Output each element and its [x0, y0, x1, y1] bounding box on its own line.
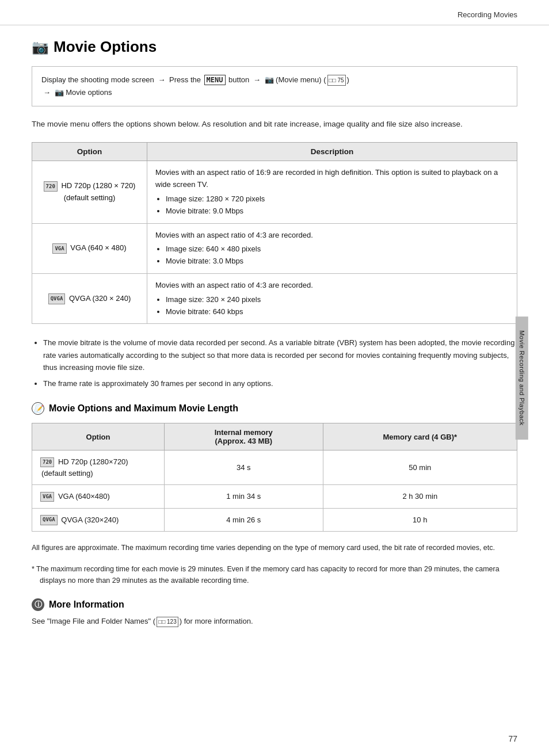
instruction-box: Display the shooting mode screen → Press… — [32, 66, 517, 106]
page-title: Movie Options — [54, 38, 157, 56]
max-vga-internal: 1 min 34 s — [165, 485, 323, 509]
max-qvga-label: QVGA (320×240) — [61, 516, 119, 524]
header-title: Recording Movies — [458, 10, 517, 19]
vga-desc: Movies with an aspect ratio of 4:3 are r… — [147, 223, 517, 273]
vga-desc-list: Image size: 640 × 480 pixels Movie bitra… — [155, 243, 509, 268]
more-info-ref: □□ 123 — [157, 617, 178, 627]
hd720-desc-list: Image size: 1280 × 720 pixels Movie bitr… — [155, 193, 509, 217]
intro-text: The movie menu offers the options shown … — [32, 118, 517, 131]
vga-bullet1: Image size: 640 × 480 pixels — [166, 243, 509, 255]
hd720-label: HD 720p (1280 × 720)(default setting) — [61, 181, 135, 202]
max-section-heading: 📝 Movie Options and Maximum Movie Length — [32, 402, 517, 415]
max-vga-label: VGA (640×480) — [58, 492, 110, 501]
max-qvga-internal: 4 min 26 s — [165, 508, 323, 532]
table-row: VGA VGA (640 × 480) Movies with an aspec… — [32, 223, 517, 273]
page-container: Recording Movies 📷 Movie Options Display… — [0, 0, 549, 756]
qvga-desc-text: Movies with an aspect ratio of 4:3 are r… — [155, 281, 313, 289]
max-section: 📝 Movie Options and Maximum Movie Length… — [32, 402, 517, 587]
header-bar: Recording Movies — [0, 0, 549, 25]
footnote-asterisk: * The maximum recording time for each mo… — [32, 563, 517, 587]
instruction-line2: → 📷 Movie options — [41, 88, 112, 97]
max-qvga-option: QVGA QVGA (320×240) — [32, 508, 165, 532]
option-cell-hd720: 720 HD 720p (1280 × 720)(default setting… — [32, 161, 147, 223]
table-row: 720 HD 720p (1280×720)(default setting) … — [32, 450, 517, 485]
max-hd720-internal: 34 s — [165, 450, 323, 485]
more-info-text-pre: See "Image File and Folder Names" ( — [32, 617, 155, 625]
movie-icon: 📷 — [32, 39, 49, 55]
sidebar-label: Movie Recording and Playback — [516, 316, 528, 440]
max-length-table: Option Internal memory(Approx. 43 MB) Me… — [32, 423, 517, 532]
pencil-icon: 📝 — [32, 402, 44, 415]
footnote-text: All figures are approximate. The maximum… — [32, 542, 517, 554]
page-title-container: 📷 Movie Options — [32, 38, 517, 56]
vga-bullet2: Movie bitrate: 3.0 Mbps — [166, 255, 509, 268]
qvga-desc: Movies with an aspect ratio of 4:3 are r… — [147, 274, 517, 324]
table-row: QVGA QVGA (320 × 240) Movies with an asp… — [32, 274, 517, 324]
hd720-desc: Movies with an aspect ratio of 16:9 are … — [147, 161, 517, 223]
max-col-memcard: Memory card (4 GB)* — [323, 423, 517, 450]
more-info-section: ⓘ More Information See "Image File and F… — [32, 598, 517, 628]
hd720-desc-text: Movies with an aspect ratio of 16:9 are … — [155, 168, 498, 189]
more-info-text-end: ) for more information. — [180, 617, 253, 625]
max-col-option: Option — [32, 423, 165, 450]
max-hd720-icon: 720 — [40, 457, 54, 468]
vga-icon: VGA — [52, 243, 66, 254]
page-number: 77 — [508, 734, 517, 743]
max-vga-icon: VGA — [40, 492, 54, 502]
more-info-heading: ⓘ More Information — [32, 598, 517, 611]
max-section-title: Movie Options and Maximum Movie Length — [49, 403, 238, 414]
max-hd720-option: 720 HD 720p (1280×720)(default setting) — [32, 450, 165, 485]
option-cell-qvga: QVGA QVGA (320 × 240) — [32, 274, 147, 324]
note-1: The movie bitrate is the volume of movie… — [43, 337, 517, 373]
vga-desc-text: Movies with an aspect ratio of 4:3 are r… — [155, 231, 313, 239]
qvga-label: QVGA (320 × 240) — [69, 294, 131, 303]
qvga-icon: QVGA — [48, 293, 66, 304]
table-row: VGA VGA (640×480) 1 min 34 s 2 h 30 min — [32, 485, 517, 509]
options-table: Option Description 720 HD 720p (1280 × 7… — [32, 142, 517, 324]
col-header-description: Description — [147, 143, 517, 161]
col-header-option: Option — [32, 143, 147, 161]
max-qvga-card: 10 h — [323, 508, 517, 532]
max-vga-option: VGA VGA (640×480) — [32, 485, 165, 509]
max-col-internal: Internal memory(Approx. 43 MB) — [165, 423, 323, 450]
hd720-bullet1: Image size: 1280 × 720 pixels — [166, 193, 509, 205]
qvga-bullet2: Movie bitrate: 640 kbps — [166, 306, 509, 318]
bullet-notes: The movie bitrate is the volume of movie… — [32, 337, 517, 390]
qvga-bullet1: Image size: 320 × 240 pixels — [166, 294, 509, 306]
qvga-desc-list: Image size: 320 × 240 pixels Movie bitra… — [155, 294, 509, 318]
max-qvga-icon: QVGA — [40, 515, 58, 525]
more-info-body: See "Image File and Folder Names" (□□ 12… — [32, 616, 517, 628]
table-row: QVGA QVGA (320×240) 4 min 26 s 10 h — [32, 508, 517, 532]
hd720-icon: 720 — [44, 181, 58, 192]
max-vga-card: 2 h 30 min — [323, 485, 517, 509]
max-hd720-card: 50 min — [323, 450, 517, 485]
info-icon: ⓘ — [32, 598, 44, 611]
hd720-bullet2: Movie bitrate: 9.0 Mbps — [166, 205, 509, 217]
vga-label: VGA (640 × 480) — [70, 243, 126, 252]
main-content: 📷 Movie Options Display the shooting mod… — [0, 25, 549, 645]
note-2: The frame rate is approximately 30 frame… — [43, 377, 517, 390]
option-cell-vga: VGA VGA (640 × 480) — [32, 223, 147, 273]
more-info-title: More Information — [49, 600, 124, 610]
table-row: 720 HD 720p (1280 × 720)(default setting… — [32, 161, 517, 223]
instruction-line1: Display the shooting mode screen → Press… — [41, 75, 349, 84]
